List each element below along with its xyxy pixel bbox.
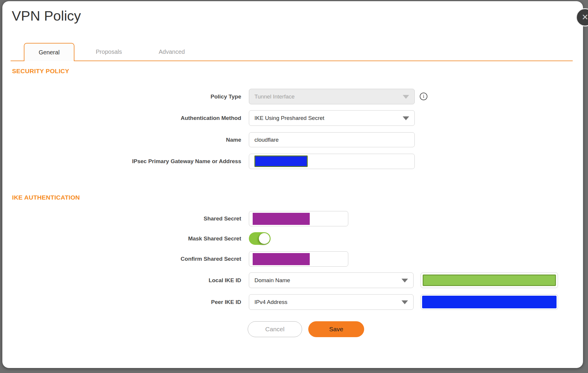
policy-type-dropdown: Tunnel Interface [249,89,415,104]
policy-type-row: Policy Type Tunnel Interface [12,89,415,104]
peer-ike-id-dropdown[interactable]: IPv4 Address [249,294,414,310]
gateway-row: IPsec Primary Gateway Name or Address [12,154,415,169]
chevron-down-icon [402,279,408,282]
ike-authentication-heading: IKE AUTHENTICATION [12,194,80,201]
name-label: Name [12,137,241,143]
gateway-input[interactable] [249,154,415,169]
policy-type-label: Policy Type [12,93,241,100]
toggle-knob [259,233,270,244]
chevron-down-icon [402,300,408,304]
local-ike-id-label: Local IKE ID [12,277,241,284]
name-row: Name cloudflare [12,132,415,147]
cancel-button[interactable]: Cancel [248,321,302,337]
gateway-label: IPsec Primary Gateway Name or Address [12,158,241,165]
confirm-shared-secret-input[interactable] [249,251,348,267]
gateway-redaction [254,155,308,167]
peer-ike-id-type: IPv4 Address [254,299,287,305]
close-icon: ✕ [582,13,588,21]
vpn-policy-dialog: VPN Policy General Proposals Advanced SE… [2,1,583,368]
save-button[interactable]: Save [308,321,364,337]
auth-method-value: IKE Using Preshared Secret [254,115,324,121]
tab-general-label: General [39,49,59,56]
page-backdrop: VPN Policy General Proposals Advanced SE… [0,0,588,373]
mask-shared-secret-toggle[interactable] [249,232,271,245]
peer-ike-id-label: Peer IKE ID [12,299,241,305]
tab-general[interactable]: General [24,43,74,61]
chevron-down-icon [403,95,409,99]
shared-secret-redaction [253,213,310,225]
chevron-down-icon [403,116,409,120]
tab-advanced-label: Advanced [159,48,185,55]
local-ike-id-redaction [423,275,556,286]
local-ike-id-row: Local IKE ID Domain Name [12,272,414,288]
tab-underline [11,61,573,61]
name-value: cloudflare [254,137,279,143]
auth-method-dropdown[interactable]: IKE Using Preshared Secret [249,110,415,126]
shared-secret-row: Shared Secret [12,211,348,226]
local-ike-id-value-input[interactable] [421,272,558,288]
confirm-shared-secret-label: Confirm Shared Secret [12,256,241,262]
policy-type-value: Tunnel Interface [254,93,295,100]
peer-ike-id-row: Peer IKE ID IPv4 Address [12,294,414,310]
peer-ike-id-redaction [422,296,557,308]
mask-shared-secret-label: Mask Shared Secret [12,235,241,242]
tab-proposals[interactable]: Proposals [87,43,131,61]
mask-shared-secret-row: Mask Shared Secret [12,232,271,245]
tab-advanced[interactable]: Advanced [150,43,194,61]
peer-ike-id-value-input[interactable] [421,294,558,310]
auth-method-label: Authentication Method [12,115,241,121]
confirm-shared-secret-redaction [253,253,310,265]
security-policy-heading: SECURITY POLICY [12,68,69,75]
shared-secret-input[interactable] [249,211,348,226]
page-title: VPN Policy [12,8,81,24]
tab-proposals-label: Proposals [96,48,122,55]
local-ike-id-type: Domain Name [254,277,290,284]
info-icon[interactable]: i [420,93,427,100]
confirm-shared-secret-row: Confirm Shared Secret [12,251,348,267]
name-input[interactable]: cloudflare [249,132,415,147]
local-ike-id-dropdown[interactable]: Domain Name [249,272,414,288]
auth-method-row: Authentication Method IKE Using Preshare… [12,110,415,126]
shared-secret-label: Shared Secret [12,215,241,222]
